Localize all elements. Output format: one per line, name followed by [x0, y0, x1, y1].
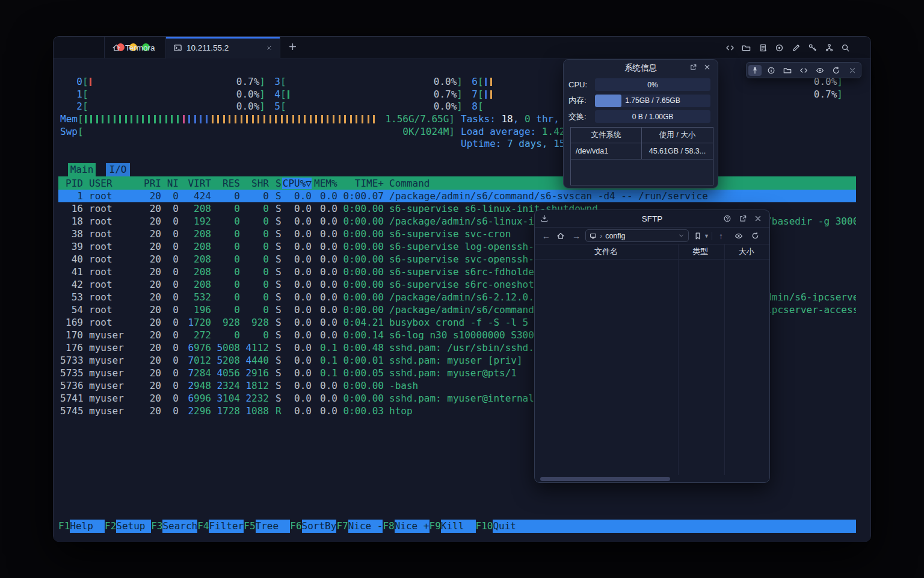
sysinfo-bar: 1.75GB / 7.65GB	[595, 95, 710, 107]
info-icon[interactable]	[765, 65, 778, 76]
path-separator: ›	[600, 232, 602, 240]
fkey-f2[interactable]: F2	[105, 520, 116, 533]
terminal-icon	[173, 43, 182, 52]
download-icon[interactable]	[540, 214, 549, 223]
sysinfo-bar: 0 B / 1.00GB	[595, 110, 710, 123]
show-hidden-eye-icon[interactable]	[735, 232, 743, 240]
fkey-f1[interactable]: F1	[58, 520, 70, 533]
desktop: Termora 10.211.55.2 0[0.7%]1[0.0%]2[0.0%…	[0, 0, 924, 578]
path-combobox[interactable]: › config	[585, 229, 689, 242]
sysinfo-bar: 0%	[595, 78, 710, 91]
cpu-meter-4: 4[0.7%]	[269, 89, 463, 101]
home-icon	[112, 43, 121, 52]
column-pid[interactable]: PID	[60, 178, 83, 189]
close-icon[interactable]	[846, 65, 859, 76]
column-divider	[678, 244, 679, 475]
column-type[interactable]: 类型	[677, 244, 724, 259]
fkey-f8[interactable]: F8	[383, 520, 394, 533]
fkey-f7[interactable]: F7	[336, 520, 348, 533]
close-tab-icon[interactable]	[266, 45, 273, 51]
tab-termora[interactable]: Termora	[104, 37, 166, 58]
fkey-label-nice+[interactable]: Nice +	[395, 520, 430, 533]
titlebar-actions	[722, 37, 871, 58]
search-icon[interactable]	[837, 43, 854, 52]
cpu-meter-2: 2[0.0%]	[71, 101, 265, 113]
column-filename[interactable]: 文件名	[535, 244, 677, 259]
fs-column-header[interactable]: 文件系统	[571, 128, 642, 143]
fkey-label-kill[interactable]: Kill	[441, 520, 476, 533]
refresh-icon[interactable]	[830, 65, 843, 76]
eye-icon[interactable]	[813, 65, 827, 76]
key-icon[interactable]	[804, 43, 821, 52]
code-icon[interactable]	[722, 43, 739, 52]
computer-icon	[590, 232, 597, 240]
code-icon[interactable]	[797, 65, 810, 76]
swap-meter: Swp[0K/1024M]	[60, 126, 455, 138]
fkey-f5[interactable]: F5	[244, 520, 255, 533]
pin-icon[interactable]	[748, 65, 762, 76]
column-ni[interactable]: NI	[161, 178, 179, 189]
fkey-f9[interactable]: F9	[430, 520, 441, 533]
log-icon[interactable]	[755, 43, 772, 52]
memory-meter: Mem[1.56G/7.65G]	[60, 113, 455, 126]
tab-session-label: 10.211.55.2	[186, 43, 229, 52]
back-icon[interactable]: ←	[542, 231, 550, 241]
sysinfo-label: 交换:	[568, 111, 595, 122]
fkey-label-quit[interactable]: Quit	[493, 520, 856, 533]
tab-termora-label: Termora	[125, 43, 155, 52]
bookmark-icon[interactable]	[694, 232, 702, 240]
forward-icon[interactable]: →	[572, 231, 581, 241]
settings-icon[interactable]	[854, 43, 871, 52]
column-mem%[interactable]: MEM%	[312, 178, 337, 189]
column-pri[interactable]: PRI	[141, 178, 161, 189]
fkey-f6[interactable]: F6	[290, 520, 301, 533]
process-row-1[interactable]: 1root20042400S0.00.00:00.07/package/admi…	[58, 190, 856, 202]
column-cpu-sorted[interactable]: CPU%▽	[282, 178, 312, 189]
horizontal-scrollbar[interactable]	[540, 477, 670, 481]
fkey-f10[interactable]: F10	[476, 520, 493, 533]
fkey-f4[interactable]: F4	[197, 520, 209, 533]
folder-icon[interactable]	[781, 65, 794, 76]
column-virt[interactable]: VIRT	[179, 178, 211, 189]
home-icon[interactable]	[556, 232, 565, 240]
sysinfo-value: 1.75GB / 7.65GB	[595, 95, 710, 107]
fkey-label-help[interactable]: Help	[70, 520, 105, 533]
column-shr[interactable]: SHR	[240, 178, 269, 189]
sysinfo-row-2: 交换:0 B / 1.00GB	[568, 110, 710, 123]
fkey-label-filter[interactable]: Filter	[209, 520, 244, 533]
column-time[interactable]: TIME+	[337, 178, 384, 189]
fkey-label-sortby[interactable]: SortBy	[302, 520, 337, 533]
htop-tab-main[interactable]: Main	[68, 163, 96, 176]
cpu-meter-3: 3[0.0%]	[269, 76, 463, 89]
column-size[interactable]: 大小	[723, 244, 769, 259]
column-s[interactable]: S	[269, 178, 282, 189]
htop-tab-io[interactable]: I/O	[106, 163, 130, 176]
caret-down-icon[interactable]: ▼	[704, 233, 709, 239]
tab-session[interactable]: 10.211.55.2	[166, 37, 280, 58]
fkey-f3[interactable]: F3	[151, 520, 162, 533]
close-icon[interactable]	[754, 214, 762, 223]
column-user[interactable]: USER	[89, 178, 141, 189]
help-icon[interactable]	[723, 214, 732, 223]
fkey-label-setup[interactable]: Setup	[116, 520, 151, 533]
new-tab-button[interactable]	[288, 42, 297, 51]
open-in-window-icon[interactable]	[739, 214, 747, 223]
record-icon[interactable]	[771, 43, 788, 52]
titlebar: Termora 10.211.55.2	[54, 37, 870, 58]
sftp-toolbar: ← → › config ▼ ↑	[535, 228, 769, 244]
column-res[interactable]: RES	[211, 178, 240, 189]
edit-icon[interactable]	[788, 43, 805, 52]
fkey-label-search[interactable]: Search	[162, 520, 197, 533]
fs-row[interactable]: /dev/vda145.61GB / 58.3...	[571, 143, 713, 160]
fkey-label-tree[interactable]: Tree	[256, 520, 291, 533]
fs-device: /dev/vda1	[571, 143, 642, 159]
folder-icon[interactable]	[738, 43, 755, 52]
fs-column-header[interactable]: 使用 / 大小	[642, 128, 713, 143]
fkey-label-nice-[interactable]: Nice -	[348, 520, 383, 533]
close-icon[interactable]	[703, 63, 711, 71]
upload-icon[interactable]: ↑	[719, 231, 723, 241]
refresh-icon[interactable]	[751, 232, 759, 240]
sysinfo-label: CPU:	[568, 80, 595, 89]
open-in-window-icon[interactable]	[689, 63, 697, 71]
keychain-icon[interactable]	[821, 43, 838, 52]
